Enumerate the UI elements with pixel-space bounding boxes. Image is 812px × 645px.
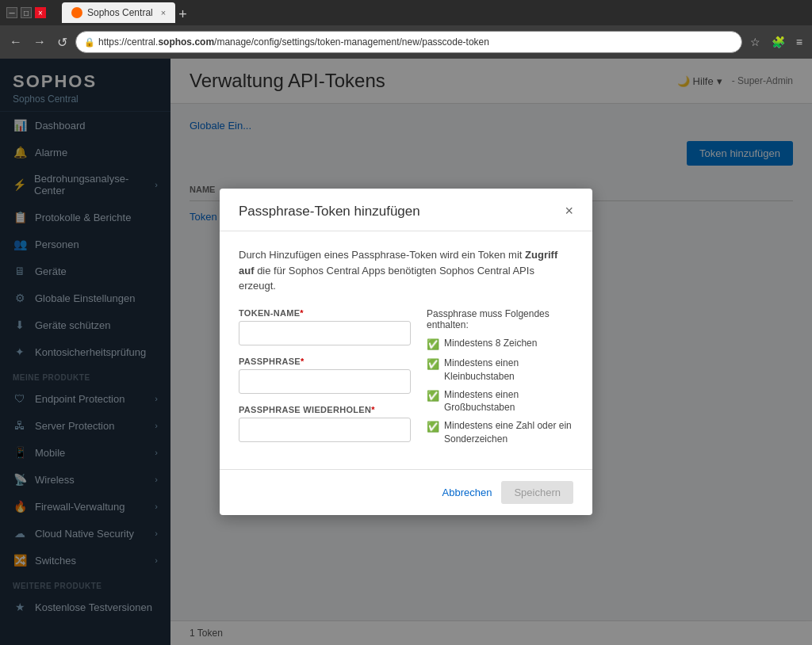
passphrase-rules: Passphrase muss Folgendes enthalten: ✅ M… xyxy=(427,308,573,453)
url-display: https://central.sophos.com/manage/config… xyxy=(98,36,489,48)
close-button[interactable]: × xyxy=(35,7,46,18)
rule-text-4: Mindestens eine Zahl oder ein Sonderzeic… xyxy=(444,419,573,446)
tab-favicon xyxy=(71,7,82,18)
address-bar[interactable]: 🔒 https://central.sophos.com/manage/conf… xyxy=(75,31,742,53)
browser-nav: ← → ↺ 🔒 https://central.sophos.com/manag… xyxy=(0,25,812,59)
active-tab[interactable]: Sophos Central × xyxy=(62,2,175,23)
rule-text-1: Mindestens 8 Zeichen xyxy=(444,337,537,350)
check-icon-1: ✅ xyxy=(427,338,439,352)
modal-dialog: Passphrase-Token hinzufügen × Durch Hinz… xyxy=(220,189,592,515)
passphrase-group: PASSPHRASE* xyxy=(239,357,411,394)
rules-title: Passphrase muss Folgendes enthalten: xyxy=(427,308,573,330)
minimize-button[interactable]: ─ xyxy=(6,7,17,18)
modal-form: TOKEN-NAME* PASSPHRASE* PASSPHRASE WIEDE… xyxy=(239,308,411,453)
lock-icon: 🔒 xyxy=(84,37,95,48)
new-tab-button[interactable]: + xyxy=(178,6,187,23)
bookmark-button[interactable]: ☆ xyxy=(747,32,764,52)
modal-body: Durch Hinzufügen eines Passphrase-Token … xyxy=(220,231,592,469)
save-button[interactable]: Speichern xyxy=(501,481,573,504)
rule-item-4: ✅ Mindestens eine Zahl oder ein Sonderze… xyxy=(427,419,573,446)
passphrase-repeat-input[interactable] xyxy=(239,418,411,442)
modal-columns: TOKEN-NAME* PASSPHRASE* PASSPHRASE WIEDE… xyxy=(239,308,573,453)
token-name-label: TOKEN-NAME* xyxy=(239,308,411,318)
tab-title: Sophos Central xyxy=(87,7,153,18)
modal-overlay: Passphrase-Token hinzufügen × Durch Hinz… xyxy=(0,59,812,645)
modal-description: Durch Hinzufügen eines Passphrase-Token … xyxy=(239,247,573,294)
rule-item-1: ✅ Mindestens 8 Zeichen xyxy=(427,337,573,352)
passphrase-input[interactable] xyxy=(239,369,411,394)
modal-footer: Abbrechen Speichern xyxy=(220,469,592,515)
rule-text-2: Mindestens einen Kleinbuchstaben xyxy=(444,357,573,384)
token-name-group: TOKEN-NAME* xyxy=(239,308,411,345)
rule-item-3: ✅ Mindestens einen Großbuchstaben xyxy=(427,388,573,415)
window-controls: ─ □ × xyxy=(6,7,46,18)
refresh-button[interactable]: ↺ xyxy=(54,32,71,53)
check-icon-3: ✅ xyxy=(427,389,439,403)
passphrase-label: PASSPHRASE* xyxy=(239,357,411,366)
passphrase-repeat-group: PASSPHRASE WIEDERHOLEN* xyxy=(239,405,411,442)
check-icon-2: ✅ xyxy=(427,357,439,372)
nav-right-buttons: ☆ 🧩 ≡ xyxy=(747,32,806,52)
token-name-input[interactable] xyxy=(239,321,411,345)
maximize-button[interactable]: □ xyxy=(21,7,32,18)
modal-header: Passphrase-Token hinzufügen × xyxy=(220,189,592,231)
menu-button[interactable]: ≡ xyxy=(793,32,806,52)
extensions-button[interactable]: 🧩 xyxy=(768,32,788,52)
browser-chrome: ─ □ × Sophos Central × + ← → ↺ 🔒 https:/… xyxy=(0,0,812,59)
cancel-button[interactable]: Abbrechen xyxy=(442,487,492,498)
forward-button[interactable]: → xyxy=(30,32,49,52)
browser-titlebar: ─ □ × Sophos Central × + xyxy=(0,0,812,25)
passphrase-repeat-label: PASSPHRASE WIEDERHOLEN* xyxy=(239,405,411,414)
modal-title: Passphrase-Token hinzufügen xyxy=(239,204,420,219)
check-icon-4: ✅ xyxy=(427,420,439,434)
tab-bar: Sophos Central × + xyxy=(56,2,193,23)
back-button[interactable]: ← xyxy=(6,32,25,52)
rule-text-3: Mindestens einen Großbuchstaben xyxy=(444,388,573,415)
rule-item-2: ✅ Mindestens einen Kleinbuchstaben xyxy=(427,357,573,384)
modal-close-button[interactable]: × xyxy=(565,203,573,219)
tab-close-button[interactable]: × xyxy=(161,8,166,17)
